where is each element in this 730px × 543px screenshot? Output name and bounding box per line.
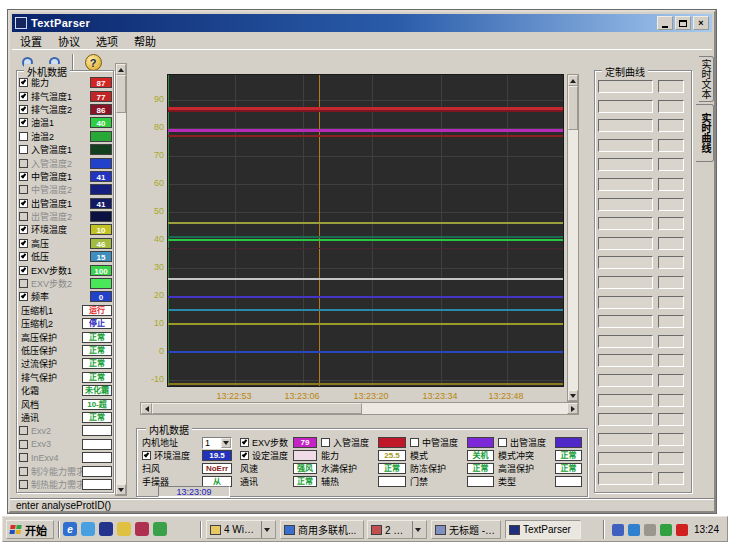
taskbar-button[interactable]: 2 画图 <box>367 520 427 539</box>
taskbar-button[interactable]: 商用多联机... <box>280 520 364 539</box>
checkbox[interactable] <box>19 480 28 489</box>
swoosh-icon[interactable] <box>612 524 624 536</box>
scroll-down-button[interactable] <box>568 390 578 401</box>
checkbox[interactable] <box>19 159 28 168</box>
curve-field-large[interactable] <box>598 139 653 152</box>
curve-field-large[interactable] <box>598 433 653 446</box>
curve-field-large[interactable] <box>598 178 653 191</box>
curve-field-large[interactable] <box>598 472 653 485</box>
scroll-thumb[interactable] <box>116 75 126 113</box>
checkbox[interactable] <box>19 426 28 435</box>
curve-field-large[interactable] <box>598 217 653 230</box>
curve-field-small[interactable] <box>658 472 684 485</box>
checkbox[interactable] <box>19 212 28 221</box>
curve-field-large[interactable] <box>598 335 653 348</box>
curve-field-small[interactable] <box>658 335 684 348</box>
msn-icon[interactable] <box>81 522 95 536</box>
curve-field-large[interactable] <box>598 158 653 171</box>
curve-field-small[interactable] <box>658 178 684 191</box>
checkbox[interactable] <box>19 467 28 476</box>
curve-field-large[interactable] <box>598 452 653 465</box>
checkbox[interactable] <box>240 451 249 460</box>
curve-field-small[interactable] <box>658 80 684 93</box>
checkbox[interactable] <box>19 453 28 462</box>
checkbox[interactable] <box>19 239 28 248</box>
curve-field-small[interactable] <box>658 452 684 465</box>
menu-item[interactable]: 选项 <box>88 32 126 50</box>
collapse-arrow-icon[interactable] <box>644 524 656 536</box>
checkbox[interactable] <box>19 172 28 181</box>
menu-item[interactable]: 帮助 <box>126 32 164 50</box>
curve-field-small[interactable] <box>658 374 684 387</box>
curve-field-large[interactable] <box>598 374 653 387</box>
dropdown-button[interactable] <box>221 438 231 448</box>
maximize-button[interactable] <box>675 16 691 30</box>
curve-field-large[interactable] <box>598 119 653 132</box>
title-bar[interactable]: TextParser × <box>12 14 712 32</box>
taskbar-button[interactable]: 4 Windows... <box>206 520 276 539</box>
checkbox[interactable] <box>321 438 330 447</box>
curve-field-small[interactable] <box>658 296 684 309</box>
checkbox[interactable] <box>498 438 507 447</box>
curve-field-small[interactable] <box>658 433 684 446</box>
start-button[interactable]: 开始 <box>6 520 54 539</box>
curve-field-small[interactable] <box>658 217 684 230</box>
curve-field-large[interactable] <box>598 354 653 367</box>
task-dropdown-button[interactable] <box>412 520 423 539</box>
messenger-icon[interactable] <box>153 522 167 536</box>
menu-item[interactable]: 协议 <box>50 32 88 50</box>
scroll-thumb[interactable] <box>152 403 362 414</box>
checkbox[interactable] <box>240 438 249 447</box>
curve-field-large[interactable] <box>598 80 653 93</box>
curve-field-small[interactable] <box>658 198 684 211</box>
checkbox[interactable] <box>19 78 28 87</box>
checkbox[interactable] <box>19 199 28 208</box>
chart-hscrollbar[interactable] <box>140 402 579 415</box>
tab-realtime-text[interactable]: 实时文本 <box>699 56 714 102</box>
tab-realtime-curve[interactable]: 实时曲线 <box>696 104 714 162</box>
scroll-thumb[interactable] <box>568 86 578 130</box>
checkbox[interactable] <box>410 438 419 447</box>
curve-field-small[interactable] <box>658 256 684 269</box>
scroll-left-button[interactable] <box>141 403 152 414</box>
task-dropdown-button[interactable] <box>261 520 272 539</box>
curve-field-large[interactable] <box>598 296 653 309</box>
curve-field-large[interactable] <box>598 413 653 426</box>
security-icon[interactable] <box>135 522 149 536</box>
chart-vscrollbar[interactable] <box>567 74 579 402</box>
checkbox[interactable] <box>19 292 28 301</box>
curve-field-small[interactable] <box>658 237 684 250</box>
notes-icon[interactable] <box>117 522 131 536</box>
close-button[interactable]: × <box>693 16 709 30</box>
checkbox[interactable] <box>19 118 28 127</box>
curve-field-large[interactable] <box>598 276 653 289</box>
curve-field-small[interactable] <box>658 394 684 407</box>
curve-field-small[interactable] <box>658 158 684 171</box>
thunder-icon[interactable] <box>676 524 688 536</box>
curve-field-large[interactable] <box>598 100 653 113</box>
checkbox[interactable] <box>19 92 28 101</box>
curve-field-small[interactable] <box>658 413 684 426</box>
checkbox[interactable] <box>19 225 28 234</box>
curve-field-small[interactable] <box>658 354 684 367</box>
curve-field-small[interactable] <box>658 119 684 132</box>
scroll-up-button[interactable] <box>116 64 126 75</box>
checkbox[interactable] <box>19 145 28 154</box>
curve-field-large[interactable] <box>598 198 653 211</box>
menu-item[interactable]: 设置 <box>12 32 50 50</box>
checkbox[interactable] <box>142 451 151 460</box>
media-player-icon[interactable] <box>99 522 113 536</box>
curve-field-small[interactable] <box>658 315 684 328</box>
scroll-down-button[interactable] <box>116 484 126 495</box>
curve-field-large[interactable] <box>598 394 653 407</box>
checkbox[interactable] <box>19 132 28 141</box>
msn-tray-icon[interactable] <box>628 524 640 536</box>
address-dropdown[interactable]: 1 <box>202 437 232 449</box>
minimize-button[interactable] <box>657 16 673 30</box>
checkbox[interactable] <box>19 252 28 261</box>
scroll-right-button[interactable] <box>567 403 578 414</box>
ie-icon[interactable]: e <box>63 522 77 536</box>
checkbox[interactable] <box>19 105 28 114</box>
taskbar-button[interactable]: TextParser <box>505 520 581 539</box>
curve-field-small[interactable] <box>658 139 684 152</box>
